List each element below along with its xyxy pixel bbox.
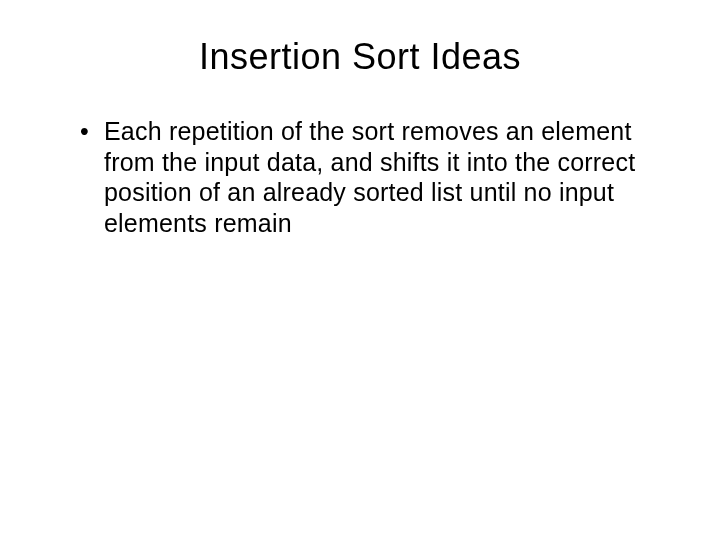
bullet-list: Each repetition of the sort removes an e… xyxy=(50,116,670,238)
slide-title: Insertion Sort Ideas xyxy=(50,36,670,78)
bullet-item: Each repetition of the sort removes an e… xyxy=(80,116,670,238)
slide-container: Insertion Sort Ideas Each repetition of … xyxy=(0,0,720,540)
